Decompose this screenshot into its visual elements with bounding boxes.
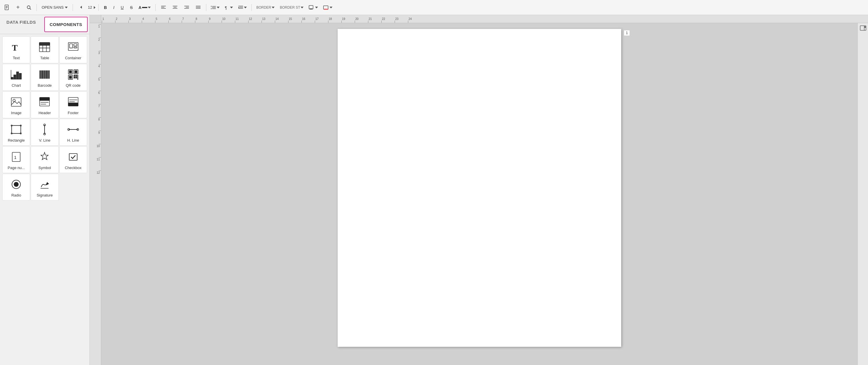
component-signature[interactable]: Signature xyxy=(31,174,58,201)
more-options-button[interactable] xyxy=(321,4,334,11)
v-ruler-line xyxy=(99,51,101,51)
tab-data-fields[interactable]: DATA FIELDS xyxy=(0,15,42,34)
ruler-line xyxy=(142,21,142,23)
pagenu-label: Page nu... xyxy=(8,166,25,170)
v-ruler-line xyxy=(99,104,101,104)
ruler-line xyxy=(368,21,368,23)
component-checkbox[interactable]: Checkbox xyxy=(59,146,87,173)
horizontal-ruler: 123456789101112131415161718192021222324 xyxy=(101,15,868,23)
indent-button[interactable] xyxy=(237,4,249,11)
border-label: BORDER xyxy=(256,5,271,9)
ruler-line xyxy=(128,21,129,23)
svg-rect-49 xyxy=(41,70,41,78)
ruler-line xyxy=(288,21,288,23)
svg-rect-37 xyxy=(40,42,50,45)
ruler-num-3: 3 xyxy=(128,17,131,21)
strikethrough-button[interactable]: S xyxy=(128,4,135,11)
svg-rect-44 xyxy=(17,72,19,79)
ruler-line xyxy=(261,21,262,23)
ruler-line xyxy=(275,21,275,23)
font-color-button[interactable]: A xyxy=(137,4,153,11)
main-layout: DATA FIELDS COMPONENTS T Text Table Cont… xyxy=(0,15,868,365)
qrcode-label: QR code xyxy=(66,83,81,88)
component-text[interactable]: T Text xyxy=(2,36,30,63)
ruler-row: 123456789101112131415161718192021222324 xyxy=(90,15,868,23)
border-style-button[interactable]: BORDER ST xyxy=(278,4,305,11)
svg-rect-69 xyxy=(78,78,78,78)
ruler-num-6: 6 xyxy=(168,17,171,21)
canvas-area[interactable]: 1 xyxy=(101,23,858,365)
ruler-num-18: 18 xyxy=(328,17,332,21)
component-pagenu[interactable]: 1 Page nu... xyxy=(2,146,30,173)
v-ruler-unit-9: 9 xyxy=(90,131,101,144)
svg-text:¶: ¶ xyxy=(225,5,227,10)
fill-color-button[interactable] xyxy=(307,4,320,11)
ruler-line xyxy=(182,21,182,23)
italic-button[interactable]: I xyxy=(111,4,117,11)
component-image[interactable]: Image xyxy=(2,91,30,118)
ruler-tick-row: 123456789101112131415161718192021222324 xyxy=(101,15,421,23)
svg-line-5 xyxy=(30,8,31,9)
component-rectangle[interactable]: Rectangle xyxy=(2,119,30,146)
v-ruler-num-12: 12 xyxy=(97,170,100,174)
component-container[interactable]: Container xyxy=(59,36,87,63)
checkbox-icon xyxy=(67,151,80,163)
font-size-selector[interactable] xyxy=(76,4,86,11)
font-size-increase-icon[interactable] xyxy=(94,5,95,10)
svg-rect-29 xyxy=(323,6,328,9)
v-ruler-unit-10: 10 xyxy=(90,144,101,157)
page-canvas[interactable]: 1 xyxy=(338,29,621,347)
bold-button[interactable]: B xyxy=(101,4,109,11)
line-spacing-button[interactable] xyxy=(209,4,221,11)
component-hline[interactable]: H. Line xyxy=(59,119,87,146)
svg-rect-68 xyxy=(78,76,78,77)
align-right-button[interactable] xyxy=(182,4,191,11)
radio-label: Radio xyxy=(11,193,21,197)
barcode-icon xyxy=(38,68,51,81)
align-left-button[interactable] xyxy=(159,4,168,11)
paragraph-button[interactable]: ¶ xyxy=(223,4,235,11)
right-panel-icon[interactable] xyxy=(860,26,866,32)
svg-rect-74 xyxy=(40,97,50,101)
svg-point-96 xyxy=(14,182,19,187)
border-button[interactable]: BORDER xyxy=(255,4,276,11)
page-number-badge: 1 xyxy=(624,30,630,36)
text-icon: T xyxy=(10,41,23,54)
component-header[interactable]: Header xyxy=(31,91,58,118)
component-table[interactable]: Table xyxy=(31,36,58,63)
vline-label: V. Line xyxy=(39,138,50,142)
font-name-selector[interactable]: OPEN SANS xyxy=(40,4,70,11)
v-ruler-num-1: 1 xyxy=(98,24,100,28)
component-chart[interactable]: Chart xyxy=(2,64,30,91)
component-symbol[interactable]: Symbol xyxy=(31,146,58,173)
ruler-num-22: 22 xyxy=(381,17,385,21)
align-center-button[interactable] xyxy=(170,4,180,11)
font-color-dropdown-icon xyxy=(148,7,151,8)
component-barcode[interactable]: Barcode xyxy=(31,64,58,91)
component-radio[interactable]: Radio xyxy=(2,174,30,201)
ruler-line xyxy=(408,21,408,23)
search-icon[interactable] xyxy=(24,3,34,12)
component-footer[interactable]: Footer xyxy=(59,91,87,118)
ruler-num-5: 5 xyxy=(155,17,157,21)
underline-button[interactable]: U xyxy=(118,4,126,11)
font-size-decrease-icon xyxy=(80,6,82,9)
svg-rect-94 xyxy=(69,154,77,160)
ruler-line xyxy=(115,21,116,23)
tab-components[interactable]: COMPONENTS xyxy=(44,17,88,32)
component-qrcode[interactable]: QR code xyxy=(59,64,87,91)
doc-icon[interactable] xyxy=(2,3,11,12)
more-dropdown-icon xyxy=(330,7,333,8)
chart-label: Chart xyxy=(11,83,21,88)
ruler-num-7: 7 xyxy=(182,17,184,21)
v-ruler-line xyxy=(99,157,101,158)
component-vline[interactable]: V. Line xyxy=(31,119,58,146)
svg-rect-43 xyxy=(14,75,16,79)
toolbar: + OPEN SANS 12 B I U S A xyxy=(0,0,868,15)
align-justify-button[interactable] xyxy=(193,4,203,11)
add-icon[interactable]: + xyxy=(13,3,23,12)
font-color-swatch xyxy=(142,7,147,8)
v-ruler-unit-5: 5 xyxy=(90,77,101,91)
ruler-num-2: 2 xyxy=(115,17,118,21)
tabs-row: DATA FIELDS COMPONENTS xyxy=(0,15,89,34)
